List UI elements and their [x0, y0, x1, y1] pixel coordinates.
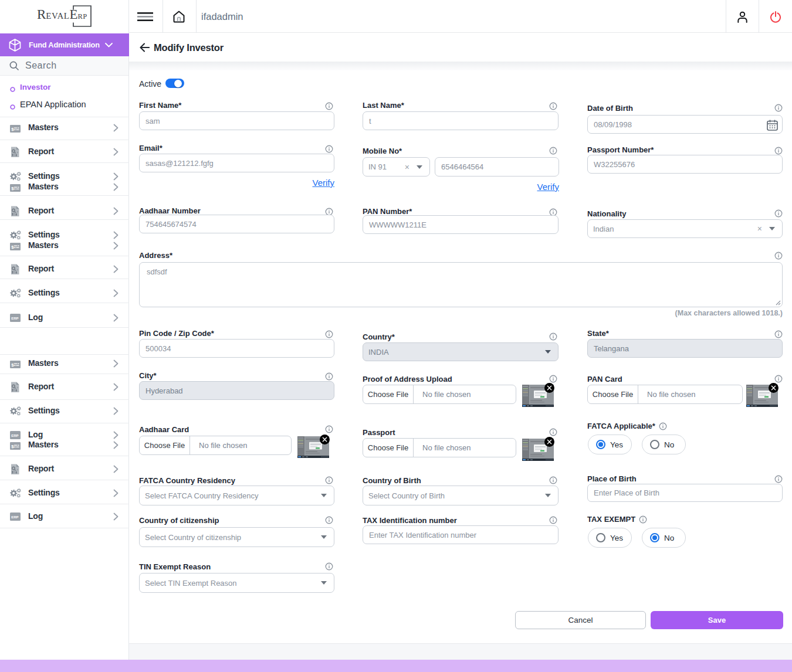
svg-text:ERP: ERP — [11, 434, 18, 437]
svg-text:$: $ — [11, 444, 14, 449]
svg-text:$: $ — [11, 362, 14, 368]
svg-text:ERP: ERP — [11, 515, 18, 519]
svg-text:$: $ — [11, 127, 14, 132]
svg-text:$: $ — [11, 186, 14, 191]
svg-text:ERP: ERP — [11, 317, 18, 320]
svg-text:$: $ — [11, 245, 14, 250]
